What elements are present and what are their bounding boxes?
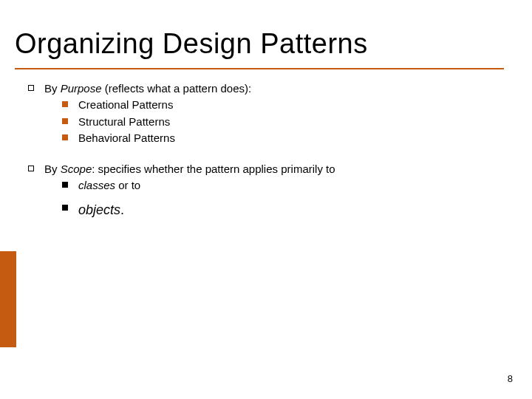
sub-list-item: classes or to	[62, 178, 501, 193]
sub-list-item: Behavioral Patterns	[62, 131, 501, 146]
sub-list-item: Structural Patterns	[62, 115, 501, 129]
emphasis: objects	[78, 202, 120, 217]
emphasis: classes	[78, 179, 115, 191]
emphasis: Scope	[61, 163, 92, 175]
content-area: By Purpose (reflects what a pattern does…	[28, 81, 501, 229]
sub-list-item: Creational Patterns	[62, 98, 501, 112]
text: Behavioral Patterns	[78, 132, 175, 144]
title-underline	[15, 68, 504, 69]
text: By	[44, 82, 61, 95]
sub-list-item: objects.	[62, 201, 501, 219]
text: : specifies whether the pattern applies …	[92, 163, 335, 175]
text: Creational Patterns	[78, 98, 173, 111]
text: or to	[115, 179, 140, 191]
emphasis: Purpose	[61, 82, 102, 95]
slide: Organizing Design Patterns By Purpose (r…	[0, 0, 532, 399]
page-number: 8	[508, 373, 513, 384]
text: .	[120, 202, 124, 217]
list-item: By Scope: specifies whether the pattern …	[28, 162, 501, 219]
accent-strip	[0, 251, 16, 347]
page-title: Organizing Design Patterns	[15, 28, 368, 60]
text: Structural Patterns	[78, 115, 170, 128]
text: By	[44, 163, 61, 175]
text: (reflects what a pattern does):	[102, 82, 252, 95]
list-item: By Purpose (reflects what a pattern does…	[28, 81, 501, 146]
